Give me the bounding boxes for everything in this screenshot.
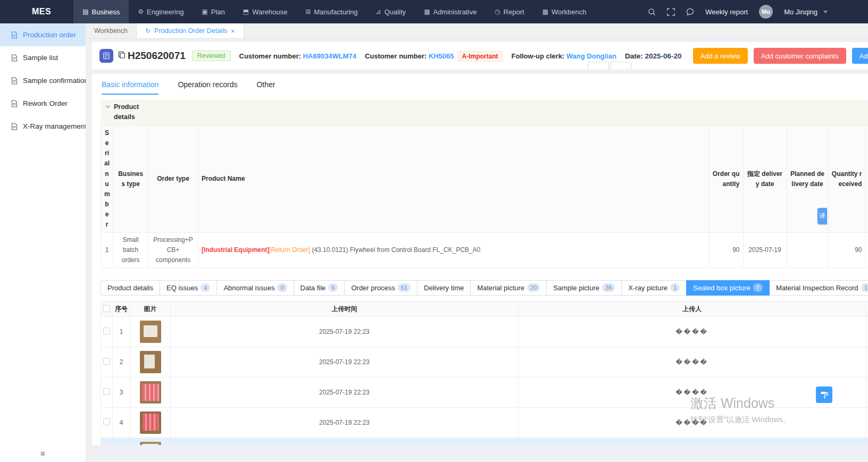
count-badge: 6	[328, 283, 338, 292]
nav-item-quality[interactable]: ⊿Quality	[367, 0, 415, 23]
nav-item-workbench[interactable]: ▩Workbench	[533, 0, 596, 23]
search-icon[interactable]	[648, 8, 656, 16]
sidebar-item-xray-management[interactable]: X-Ray management	[0, 115, 86, 138]
copy-icon[interactable]	[118, 51, 126, 61]
chip-data-file[interactable]: Data file6	[294, 280, 345, 296]
nav-item-engineering[interactable]: ⚙Engineering	[129, 0, 193, 23]
add-customer-complaints-button[interactable]: Add customer complaints	[754, 48, 846, 64]
col-quantity-received: Quantity received	[828, 125, 865, 232]
avatar[interactable]: Mo	[759, 5, 773, 19]
chip-xray-picture[interactable]: X-ray picture1	[621, 280, 687, 296]
col-action: 操作	[866, 302, 868, 317]
nav-item-administrative[interactable]: ▦Administrative	[415, 0, 486, 23]
count-badge: 0	[277, 283, 287, 292]
col-designated-delivery-date: 指定 delivery date	[743, 125, 787, 232]
nav-label: Warehouse	[252, 8, 287, 16]
nav-item-manufacturing[interactable]: ⊞Manufacturing	[296, 0, 366, 23]
status-badge: Reviewed	[192, 51, 231, 61]
tab-basic-information[interactable]: Basic information	[102, 80, 158, 95]
sidebar-item-sample-confirmation-list[interactable]: Sample confirmation list	[0, 69, 86, 92]
nav-label: Business	[92, 8, 120, 16]
col-picture: 图片	[130, 302, 171, 317]
user-menu[interactable]: Mo Jinqing	[784, 8, 817, 16]
nav-label: Report	[504, 8, 524, 16]
tab-workbench[interactable]: Workbench	[86, 23, 137, 38]
add-review-button[interactable]: Add a review	[693, 48, 748, 64]
translate-button[interactable]: 译	[817, 208, 827, 224]
col-upload-time: 上传时间	[171, 302, 519, 317]
photo-thumbnail[interactable]	[140, 411, 161, 434]
chip-eq-issues[interactable]: EQ issues4	[160, 280, 217, 296]
administrative-icon: ▦	[424, 8, 430, 15]
weekly-report-link[interactable]: Weekly report	[705, 8, 748, 16]
engineering-icon: ⚙	[138, 8, 144, 15]
count-badge: 1	[670, 283, 680, 292]
tab-operation-records[interactable]: Operation records	[178, 80, 237, 95]
nav-item-plan[interactable]: ▣Plan	[193, 0, 233, 23]
chip-abnormal-issues[interactable]: Abnormal issues0	[216, 280, 294, 296]
col-business-type: Business type	[113, 125, 148, 232]
nav-item-warehouse[interactable]: ⬒Warehouse	[234, 0, 296, 23]
row-checkbox[interactable]	[103, 358, 110, 365]
photo-thumbnail[interactable]	[140, 381, 161, 404]
document-icon	[11, 77, 18, 85]
clerk-value[interactable]: Wang Donglian	[566, 52, 616, 60]
row-checkbox[interactable]	[103, 327, 110, 334]
chip-sample-picture[interactable]: Sample picture35	[546, 280, 622, 296]
paint-roller-icon	[820, 391, 829, 399]
tab-other[interactable]: Other	[256, 80, 275, 95]
nav-label: Administrative	[433, 8, 477, 16]
close-icon[interactable]: ×	[231, 27, 235, 35]
photo-thumbnail[interactable]	[140, 321, 161, 343]
product-details-section-header[interactable]: Product details	[101, 99, 868, 125]
sidebar-label: X-Ray management	[23, 122, 86, 130]
row-checkbox[interactable]	[103, 418, 110, 425]
chip-delivery-time[interactable]: Delivery time	[417, 280, 471, 296]
customer-number-1-value[interactable]: HA69034WLM74	[303, 52, 356, 60]
order-header-card: H250620071 Reviewed Customer number: HA6…	[92, 42, 868, 70]
sidebar-label: Production order	[23, 31, 76, 39]
paint-roller-button[interactable]	[816, 387, 832, 403]
nav-label: Plan	[211, 8, 225, 16]
sidebar-item-rework-order[interactable]: Rework Order	[0, 92, 86, 115]
col-product-name: Product Name	[198, 125, 710, 232]
table-row: 2 2025-07-19 22:23 ���� 下载	[101, 347, 868, 377]
add-note-button[interactable]: Add a note	[852, 48, 868, 64]
col-no: 序号	[113, 302, 130, 317]
chip-product-details[interactable]: Product details	[101, 280, 160, 296]
workbench-icon: ▩	[542, 8, 548, 15]
photo-thumbnail[interactable]	[140, 442, 161, 445]
message-icon[interactable]	[686, 8, 694, 16]
tab-production-order-details[interactable]: ↻ Production Order Details ×	[137, 23, 244, 38]
count-badge: 61	[398, 283, 411, 292]
row-checkbox[interactable]	[103, 388, 110, 395]
document-icon	[11, 54, 18, 62]
table-row: 3 2025-07-19 22:23 ���� 下载	[101, 377, 868, 408]
count-badge: 20	[527, 283, 540, 292]
top-nav: MES ▤Business ⚙Engineering ▣Plan ⬒Wareho…	[0, 0, 868, 23]
business-icon: ▤	[82, 8, 88, 15]
picture-table: 序号 图片 上传时间 上传人 操作 1 2025-07-19 22:23	[101, 301, 868, 445]
warehouse-icon: ⬒	[243, 8, 249, 15]
sidebar-label: Rework Order	[23, 99, 68, 107]
select-all-checkbox[interactable]	[103, 305, 110, 312]
customer-number-2-value[interactable]: KH5065	[429, 52, 454, 60]
col-order-type: Order type	[148, 125, 198, 232]
col-select	[101, 302, 113, 317]
nav-item-report[interactable]: ◷Report	[486, 0, 533, 23]
chip-material-picture[interactable]: Material picture20	[470, 280, 547, 296]
nav-item-business[interactable]: ▤Business	[73, 0, 129, 23]
col-uploader: 上传人	[518, 302, 866, 317]
sidebar-item-sample-list[interactable]: Sample list	[0, 46, 86, 69]
chevron-down-icon[interactable]	[823, 11, 828, 13]
photo-thumbnail[interactable]	[140, 351, 161, 373]
chip-sealed-box-picture[interactable]: Sealed box picture7	[686, 280, 770, 296]
manufacturing-icon: ⊞	[305, 8, 311, 15]
collapse-sidebar-icon[interactable]: ≡	[0, 449, 86, 458]
sidebar-item-production-order[interactable]: Production order	[0, 23, 86, 46]
product-details-table: Serial number Business type Order type P…	[101, 125, 868, 268]
chip-order-process[interactable]: Order process61	[344, 280, 418, 296]
chip-material-inspection-record[interactable]: Material Inspection Record135	[769, 280, 868, 296]
quality-icon: ⊿	[376, 8, 381, 15]
fullscreen-icon[interactable]	[667, 8, 675, 16]
